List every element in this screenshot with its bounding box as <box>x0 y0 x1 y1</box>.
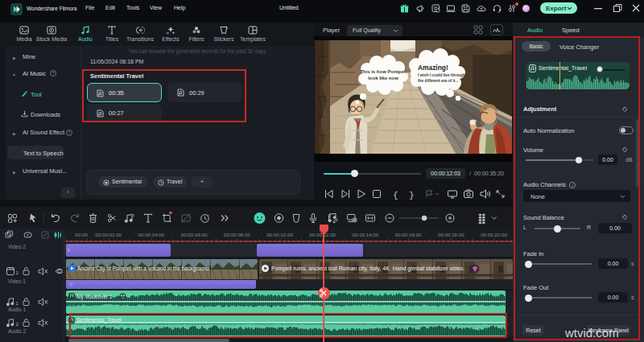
svg-text:00:00:14:00: 00:00:14:00 <box>353 232 379 237</box>
svg-text:1: 1 <box>16 301 19 306</box>
svg-text:the different era of it...: the different era of it... <box>418 79 458 83</box>
svg-text:00:00:10:00: 00:00:10:00 <box>266 232 293 237</box>
svg-text:1: 1 <box>16 270 19 275</box>
svg-text:00:00:18:00: 00:00:18:00 <box>438 232 464 237</box>
svg-text:2: 2 <box>16 322 19 327</box>
svg-text:00:00:06:00: 00:00:06:00 <box>181 232 208 237</box>
svg-text:00:00:20:00: 00:00:20:00 <box>481 232 507 237</box>
svg-text:Amazing!: Amazing! <box>418 64 448 72</box>
svg-text:00:00:02:00: 00:00:02:00 <box>95 232 122 237</box>
svg-text:00:00: 00:00 <box>75 232 88 237</box>
svg-text:{: { <box>393 191 398 200</box>
svg-text:00:00:04:00: 00:00:04:00 <box>138 232 165 237</box>
svg-text:00:00:16:00: 00:00:16:00 <box>395 232 422 237</box>
svg-text:00:00:08:00: 00:00:08:00 <box>224 232 250 237</box>
svg-text:}: } <box>409 191 415 200</box>
svg-text:look like now: look like now <box>368 76 398 80</box>
svg-text:This is how Pompeii: This is how Pompeii <box>360 69 407 74</box>
svg-text:I wish I could live through: I wish I could live through <box>418 73 465 77</box>
